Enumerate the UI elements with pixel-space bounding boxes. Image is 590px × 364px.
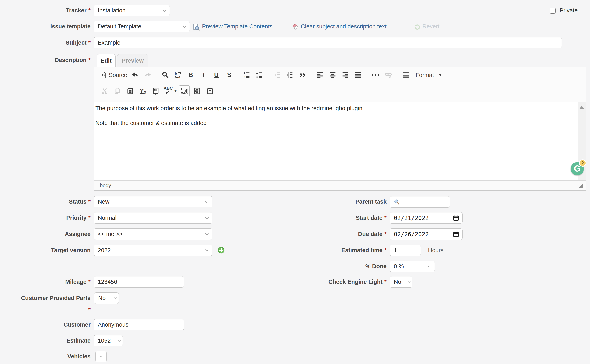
start-date-input[interactable]: 02/21/2022 [390, 212, 463, 224]
unlink-button-disabled [383, 69, 394, 80]
toolbar-separator [397, 70, 397, 79]
search-icon [394, 199, 400, 205]
svg-text:a: a [178, 75, 180, 79]
underline-button[interactable]: U [211, 69, 221, 80]
private-checkbox[interactable] [550, 8, 556, 13]
tracker-select[interactable]: Installation [94, 5, 170, 16]
toolbar-separator [367, 70, 367, 79]
blockquote-button[interactable]: ” [297, 69, 308, 80]
svg-text:1: 1 [244, 72, 245, 75]
grammarly-badge: 2 [579, 159, 586, 167]
hours-suffix: Hours [428, 245, 443, 256]
tab-edit[interactable]: Edit [97, 54, 116, 67]
caret-down-icon: ▾ [439, 72, 441, 78]
customer-provided-parts-select[interactable]: No [94, 292, 119, 304]
calendar-icon [453, 215, 459, 221]
align-center-button[interactable] [327, 69, 338, 80]
tab-preview[interactable]: Preview [117, 54, 148, 67]
chevron-down-icon [205, 232, 209, 235]
due-date-label: Due date* [267, 228, 387, 240]
toolbar-separator [238, 70, 238, 79]
estimated-time-input[interactable]: 1 [390, 245, 421, 256]
revert-button-disabled: Revert [422, 21, 439, 32]
description-textarea[interactable]: The purpose of this work order is to be … [94, 102, 586, 181]
paste-from-word-button[interactable] [151, 85, 161, 97]
find-button[interactable] [160, 69, 170, 80]
parent-task-label: Parent task [267, 196, 387, 207]
status-select[interactable]: New [94, 196, 212, 207]
vehicles-label: Vehicles [0, 351, 91, 362]
editor-toolbar-row-1: Source ba B I U S 12 ” [94, 67, 586, 83]
clear-subject-link[interactable]: Clear subject and description text. [301, 21, 388, 32]
add-version-icon[interactable] [218, 247, 225, 254]
status-label: Status* [0, 196, 91, 207]
revert-icon [414, 23, 421, 31]
source-button[interactable]: Source [99, 69, 127, 80]
italic-button[interactable]: I [198, 69, 209, 80]
increase-indent-button[interactable] [284, 69, 295, 80]
widget-outline-button-active[interactable] [179, 85, 190, 97]
cut-button-disabled [99, 85, 110, 97]
paste-text-button[interactable] [205, 85, 215, 97]
customer-input[interactable]: Anonymous [94, 319, 184, 331]
target-version-select[interactable]: 2022 [94, 245, 212, 256]
private-label: Private [560, 5, 578, 16]
remove-format-button[interactable]: Tx [138, 85, 148, 97]
editor-status-bar: body [94, 180, 586, 190]
issue-edit-form: { "colors": { "background": "#f5f5f6", "… [0, 0, 590, 364]
media-button[interactable] [192, 85, 202, 97]
subject-input[interactable]: Example [94, 37, 562, 48]
caret-down-icon: ▾ [174, 88, 177, 93]
assignee-label: Assignee [0, 228, 91, 240]
decrease-indent-button-disabled [272, 69, 282, 80]
element-path[interactable]: body [100, 182, 111, 188]
toolbar-separator [445, 70, 445, 79]
estimated-time-label: Estimated time* [267, 245, 387, 256]
strikethrough-button[interactable]: S [224, 69, 235, 80]
customer-label: Customer [0, 319, 91, 331]
parent-task-input[interactable] [390, 196, 450, 208]
preview-template-link[interactable]: Preview Template Contents [202, 21, 272, 32]
assignee-select[interactable]: << me >> [94, 228, 212, 240]
spellcheck-button[interactable]: ABC✓ ▾ [163, 85, 177, 97]
target-version-label: Target version [0, 245, 91, 256]
chevron-down-icon [100, 355, 103, 358]
resize-handle-icon[interactable] [578, 183, 583, 188]
description-label: Description* [0, 54, 91, 66]
bulleted-list-button[interactable] [254, 69, 265, 80]
mileage-label: Mileage* [0, 276, 91, 288]
due-date-input[interactable]: 02/26/2022 [390, 228, 463, 240]
replace-button[interactable]: ba [173, 69, 183, 80]
chevron-down-icon [205, 215, 209, 219]
paste-button[interactable] [125, 85, 135, 97]
mileage-input[interactable]: 123456 [94, 276, 184, 288]
insert-link-button[interactable] [370, 69, 381, 80]
percent-done-select[interactable]: 0 % [390, 260, 435, 272]
undo-button[interactable] [130, 69, 140, 80]
chevron-down-icon [114, 296, 117, 299]
align-right-button[interactable] [340, 69, 351, 80]
description-line: Note that the customer & estimate is add… [95, 119, 574, 127]
calendar-icon [453, 231, 459, 237]
scroll-up-arrow-icon[interactable] [579, 106, 584, 109]
customer-provided-parts-label: Customer Provided Parts [0, 292, 91, 304]
description-editor: Source ba B I U S 12 ” [94, 67, 586, 191]
check-engine-light-select[interactable]: No [390, 276, 412, 288]
preview-template-icon [192, 23, 200, 32]
estimate-label: Estimate [0, 335, 91, 346]
numbered-list-button[interactable]: 12 [241, 69, 252, 80]
priority-select[interactable]: Normal [94, 212, 212, 224]
priority-label: Priority* [0, 212, 91, 224]
grammarly-icon[interactable]: G 2 [571, 162, 584, 176]
paragraph-format-icon[interactable] [401, 69, 411, 80]
format-dropdown[interactable]: Format ▾ [413, 69, 442, 80]
justify-button[interactable] [353, 69, 363, 80]
bold-button[interactable]: B [186, 69, 196, 80]
chevron-down-icon [205, 199, 209, 203]
estimate-select[interactable]: 1052 [94, 335, 123, 346]
align-left-button[interactable] [315, 69, 325, 80]
vehicles-select[interactable] [95, 351, 107, 362]
issue-template-select[interactable]: Default Template [94, 21, 190, 32]
description-line: The purpose of this work order is to be … [95, 104, 574, 112]
chevron-down-icon [205, 248, 209, 251]
